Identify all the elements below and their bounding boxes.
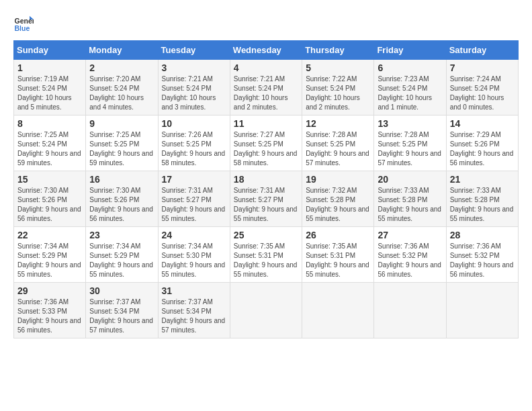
calendar-cell: 15 Sunrise: 7:30 AM Sunset: 5:26 PM Dayl… xyxy=(14,171,86,227)
day-number: 26 xyxy=(306,230,370,240)
day-number: 16 xyxy=(89,174,154,185)
day-info: Sunrise: 7:29 AM Sunset: 5:26 PM Dayligh… xyxy=(450,130,515,168)
day-info: Sunrise: 7:28 AM Sunset: 5:25 PM Dayligh… xyxy=(306,130,370,168)
day-number: 11 xyxy=(234,118,298,129)
calendar-cell: 6 Sunrise: 7:23 AM Sunset: 5:24 PM Dayli… xyxy=(374,60,446,116)
calendar-cell: 10 Sunrise: 7:26 AM Sunset: 5:25 PM Dayl… xyxy=(158,116,230,171)
day-info: Sunrise: 7:20 AM Sunset: 5:24 PM Dayligh… xyxy=(89,75,154,112)
day-info: Sunrise: 7:36 AM Sunset: 5:32 PM Dayligh… xyxy=(450,242,515,279)
day-info: Sunrise: 7:31 AM Sunset: 5:27 PM Dayligh… xyxy=(162,186,226,224)
day-info: Sunrise: 7:30 AM Sunset: 5:26 PM Dayligh… xyxy=(89,186,154,224)
calendar-cell: 25 Sunrise: 7:35 AM Sunset: 5:31 PM Dayl… xyxy=(230,227,302,283)
calendar-cell: 13 Sunrise: 7:28 AM Sunset: 5:25 PM Dayl… xyxy=(374,116,446,171)
calendar-cell xyxy=(230,283,302,338)
day-info: Sunrise: 7:21 AM Sunset: 5:24 PM Dayligh… xyxy=(162,75,226,112)
calendar-cell: 17 Sunrise: 7:31 AM Sunset: 5:27 PM Dayl… xyxy=(158,171,230,227)
day-number: 8 xyxy=(17,118,82,129)
day-info: Sunrise: 7:28 AM Sunset: 5:25 PM Dayligh… xyxy=(378,130,442,168)
day-number: 1 xyxy=(17,62,82,73)
day-info: Sunrise: 7:37 AM Sunset: 5:34 PM Dayligh… xyxy=(162,298,226,335)
day-number: 29 xyxy=(17,285,82,296)
calendar-cell xyxy=(302,283,374,338)
calendar-cell: 18 Sunrise: 7:31 AM Sunset: 5:27 PM Dayl… xyxy=(230,171,302,227)
calendar-cell: 8 Sunrise: 7:25 AM Sunset: 5:24 PM Dayli… xyxy=(14,116,86,171)
day-info: Sunrise: 7:27 AM Sunset: 5:25 PM Dayligh… xyxy=(234,130,298,168)
calendar-cell: 1 Sunrise: 7:19 AM Sunset: 5:24 PM Dayli… xyxy=(14,60,86,116)
calendar-cell xyxy=(446,283,518,338)
calendar-cell: 21 Sunrise: 7:33 AM Sunset: 5:28 PM Dayl… xyxy=(446,171,518,227)
calendar-cell: 20 Sunrise: 7:33 AM Sunset: 5:28 PM Dayl… xyxy=(374,171,446,227)
page-header: General Blue xyxy=(13,13,519,34)
day-number: 14 xyxy=(450,118,515,129)
svg-text:Blue: Blue xyxy=(15,24,30,32)
calendar-cell: 16 Sunrise: 7:30 AM Sunset: 5:26 PM Dayl… xyxy=(86,171,158,227)
day-number: 3 xyxy=(162,62,226,73)
day-info: Sunrise: 7:30 AM Sunset: 5:26 PM Dayligh… xyxy=(17,186,82,224)
calendar-week-row: 22 Sunrise: 7:34 AM Sunset: 5:29 PM Dayl… xyxy=(14,227,519,283)
calendar-cell: 7 Sunrise: 7:24 AM Sunset: 5:24 PM Dayli… xyxy=(446,60,518,116)
calendar-cell: 22 Sunrise: 7:34 AM Sunset: 5:29 PM Dayl… xyxy=(14,227,86,283)
calendar-week-row: 15 Sunrise: 7:30 AM Sunset: 5:26 PM Dayl… xyxy=(14,171,519,227)
calendar-cell: 31 Sunrise: 7:37 AM Sunset: 5:34 PM Dayl… xyxy=(158,283,230,338)
calendar-cell: 2 Sunrise: 7:20 AM Sunset: 5:24 PM Dayli… xyxy=(86,60,158,116)
calendar-cell: 29 Sunrise: 7:36 AM Sunset: 5:33 PM Dayl… xyxy=(14,283,86,338)
day-number: 19 xyxy=(306,174,370,185)
day-number: 22 xyxy=(17,230,82,240)
calendar-cell: 27 Sunrise: 7:36 AM Sunset: 5:32 PM Dayl… xyxy=(374,227,446,283)
day-number: 5 xyxy=(306,62,370,73)
day-number: 6 xyxy=(378,62,442,73)
day-info: Sunrise: 7:25 AM Sunset: 5:24 PM Dayligh… xyxy=(17,130,82,168)
calendar-cell: 9 Sunrise: 7:25 AM Sunset: 5:25 PM Dayli… xyxy=(86,116,158,171)
calendar-week-row: 29 Sunrise: 7:36 AM Sunset: 5:33 PM Dayl… xyxy=(14,283,519,338)
header-monday: Monday xyxy=(86,41,158,60)
day-number: 18 xyxy=(234,174,298,185)
day-info: Sunrise: 7:35 AM Sunset: 5:31 PM Dayligh… xyxy=(306,242,370,279)
calendar-cell: 4 Sunrise: 7:21 AM Sunset: 5:24 PM Dayli… xyxy=(230,60,302,116)
day-info: Sunrise: 7:33 AM Sunset: 5:28 PM Dayligh… xyxy=(450,186,515,224)
day-info: Sunrise: 7:22 AM Sunset: 5:24 PM Dayligh… xyxy=(306,75,370,112)
day-info: Sunrise: 7:25 AM Sunset: 5:25 PM Dayligh… xyxy=(89,130,154,168)
day-number: 28 xyxy=(450,230,515,240)
day-number: 17 xyxy=(162,174,226,185)
header-wednesday: Wednesday xyxy=(230,41,302,60)
day-info: Sunrise: 7:34 AM Sunset: 5:30 PM Dayligh… xyxy=(162,242,226,279)
day-info: Sunrise: 7:24 AM Sunset: 5:24 PM Dayligh… xyxy=(450,75,515,112)
day-number: 21 xyxy=(450,174,515,185)
day-info: Sunrise: 7:36 AM Sunset: 5:32 PM Dayligh… xyxy=(378,242,442,279)
day-info: Sunrise: 7:33 AM Sunset: 5:28 PM Dayligh… xyxy=(378,186,442,224)
calendar-cell: 24 Sunrise: 7:34 AM Sunset: 5:30 PM Dayl… xyxy=(158,227,230,283)
calendar-cell xyxy=(374,283,446,338)
calendar-week-row: 1 Sunrise: 7:19 AM Sunset: 5:24 PM Dayli… xyxy=(14,60,519,116)
day-info: Sunrise: 7:35 AM Sunset: 5:31 PM Dayligh… xyxy=(234,242,298,279)
calendar-week-row: 8 Sunrise: 7:25 AM Sunset: 5:24 PM Dayli… xyxy=(14,116,519,171)
day-info: Sunrise: 7:31 AM Sunset: 5:27 PM Dayligh… xyxy=(234,186,298,224)
day-number: 4 xyxy=(234,62,298,73)
day-number: 23 xyxy=(89,230,154,240)
day-number: 9 xyxy=(89,118,154,129)
logo-icon: General Blue xyxy=(13,13,34,34)
logo: General Blue xyxy=(13,13,36,34)
day-number: 30 xyxy=(89,285,154,296)
header-saturday: Saturday xyxy=(446,41,518,60)
day-info: Sunrise: 7:34 AM Sunset: 5:29 PM Dayligh… xyxy=(89,242,154,279)
header-thursday: Thursday xyxy=(302,41,374,60)
calendar-cell: 30 Sunrise: 7:37 AM Sunset: 5:34 PM Dayl… xyxy=(86,283,158,338)
calendar-cell: 28 Sunrise: 7:36 AM Sunset: 5:32 PM Dayl… xyxy=(446,227,518,283)
day-number: 10 xyxy=(162,118,226,129)
calendar-cell: 12 Sunrise: 7:28 AM Sunset: 5:25 PM Dayl… xyxy=(302,116,374,171)
day-info: Sunrise: 7:26 AM Sunset: 5:25 PM Dayligh… xyxy=(162,130,226,168)
calendar-cell: 26 Sunrise: 7:35 AM Sunset: 5:31 PM Dayl… xyxy=(302,227,374,283)
calendar-cell: 19 Sunrise: 7:32 AM Sunset: 5:28 PM Dayl… xyxy=(302,171,374,227)
header-tuesday: Tuesday xyxy=(158,41,230,60)
header-sunday: Sunday xyxy=(14,41,86,60)
day-info: Sunrise: 7:19 AM Sunset: 5:24 PM Dayligh… xyxy=(17,75,82,112)
day-info: Sunrise: 7:32 AM Sunset: 5:28 PM Dayligh… xyxy=(306,186,370,224)
calendar-cell: 23 Sunrise: 7:34 AM Sunset: 5:29 PM Dayl… xyxy=(86,227,158,283)
header-friday: Friday xyxy=(374,41,446,60)
day-number: 15 xyxy=(17,174,82,185)
day-info: Sunrise: 7:36 AM Sunset: 5:33 PM Dayligh… xyxy=(17,298,82,335)
day-number: 20 xyxy=(378,174,442,185)
day-info: Sunrise: 7:37 AM Sunset: 5:34 PM Dayligh… xyxy=(89,298,154,335)
day-info: Sunrise: 7:23 AM Sunset: 5:24 PM Dayligh… xyxy=(378,75,442,112)
day-info: Sunrise: 7:21 AM Sunset: 5:24 PM Dayligh… xyxy=(234,75,298,112)
